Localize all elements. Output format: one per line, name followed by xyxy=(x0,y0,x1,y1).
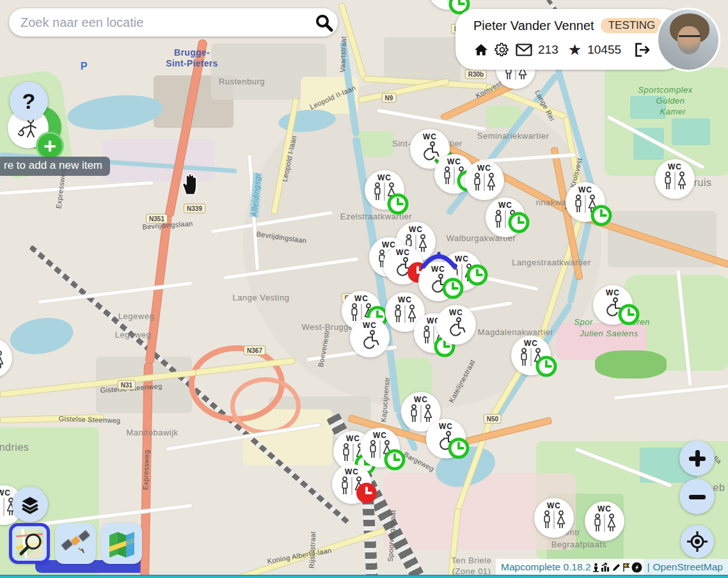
map-place-label: Sint-Pieters xyxy=(166,58,218,68)
toilet-marker-circle: WC xyxy=(350,318,390,357)
map-place-label: Ten Briele xyxy=(452,556,492,565)
wc-label: WC xyxy=(606,289,620,297)
wc-label: WC xyxy=(524,340,538,348)
wc-label: WC xyxy=(498,201,512,210)
road-ref-shield: N351 xyxy=(146,214,168,224)
wc-label: WC xyxy=(597,505,612,513)
male-female-toilet-icon xyxy=(662,171,688,193)
testing-badge: TESTING xyxy=(601,18,663,33)
map-marker-toilet[interactable]: WC xyxy=(436,305,476,345)
toilet-marker-circle: WC xyxy=(585,501,624,541)
map-place-label: Gulden xyxy=(656,96,685,105)
map-marker-toilet[interactable]: WC xyxy=(383,245,423,285)
openstreetmap-link[interactable]: OpenStreetMap xyxy=(653,561,723,573)
male-female-toilet-icon xyxy=(471,173,497,194)
map-marker-toilet[interactable]: WC xyxy=(585,501,624,541)
male-female-toilet-icon xyxy=(0,350,5,372)
zoom-out-button[interactable] xyxy=(679,479,715,514)
messages-mail-icon[interactable] xyxy=(516,43,532,56)
logout-icon[interactable] xyxy=(633,42,650,58)
map-place-label: Seminariekwartier xyxy=(477,131,550,141)
attribution-separator: | xyxy=(647,561,650,573)
help-button[interactable]: ? xyxy=(10,82,48,120)
wc-label: WC xyxy=(414,396,428,404)
bottom-edge-strip xyxy=(0,575,728,578)
map-marker-toilet[interactable]: WC xyxy=(464,160,504,200)
background-osm-button[interactable] xyxy=(9,523,50,564)
opening-hours-open-badge xyxy=(383,448,406,474)
layers-button[interactable] xyxy=(12,487,48,522)
opening-hours-open-badge xyxy=(590,204,613,230)
map-marker-toilet[interactable]: WC xyxy=(511,336,551,375)
map-marker-toilet[interactable]: WC xyxy=(593,285,633,325)
map-marker-toilet[interactable]: WC xyxy=(350,318,390,357)
add-item-plus-button[interactable]: + xyxy=(36,132,64,160)
toilet-marker-circle: WC xyxy=(534,498,574,538)
edit-pencil-icon[interactable] xyxy=(612,563,621,572)
opening-hours-open-badge xyxy=(507,211,530,237)
user-avatar[interactable] xyxy=(656,8,720,72)
wc-label: WC xyxy=(0,489,11,497)
parking-symbol: P xyxy=(78,60,90,73)
map-marker-toilet[interactable]: WC xyxy=(655,159,695,199)
layers-icon xyxy=(20,495,40,514)
map-art-shape xyxy=(595,350,667,379)
road-ref-shield: N50 xyxy=(484,414,502,424)
map-marker-toilet[interactable]: WC xyxy=(486,198,525,237)
male-female-toilet-icon xyxy=(541,510,567,532)
search-input[interactable] xyxy=(9,15,310,30)
geolocate-crosshair-icon xyxy=(686,531,708,552)
geolocate-button[interactable] xyxy=(681,525,714,558)
toilet-marker-circle: WC xyxy=(0,338,12,378)
zoom-in-button[interactable] xyxy=(679,441,715,476)
plus-icon xyxy=(689,450,706,467)
wc-label: WC xyxy=(398,296,412,304)
wc-label: WC xyxy=(547,502,561,510)
mapcomplete-version-link[interactable]: Mapcomplete 0.18.2 xyxy=(501,561,590,573)
map-marker-toilet[interactable]: WC xyxy=(426,419,466,458)
toilet-marker-circle: WC xyxy=(436,305,476,345)
map-marker-toilet[interactable]: WC xyxy=(360,428,400,467)
road-ref-shield: N9 xyxy=(382,93,397,103)
user-name: Pieter Vander Vennet xyxy=(473,19,594,33)
map-art-shape xyxy=(7,313,76,359)
map-marker-toilet[interactable]: WC xyxy=(428,0,468,10)
opening-hours-open-badge xyxy=(386,192,409,218)
map-place-label: Expressweg xyxy=(141,449,150,490)
map-marker-toilet[interactable]: WC xyxy=(0,338,12,378)
map-marker-toilet[interactable]: WC xyxy=(365,170,404,210)
statue-icon[interactable] xyxy=(592,563,600,572)
star-icon: ★ xyxy=(568,41,582,59)
add-item-tooltip: re to add a new item xyxy=(0,157,110,176)
wc-label: WC xyxy=(668,163,682,171)
wc-label: WC xyxy=(578,186,592,194)
changesets-count: 10455 xyxy=(587,43,621,57)
map-art-shape xyxy=(66,91,165,134)
background-map-button[interactable] xyxy=(101,523,142,564)
toilet-marker-circle: WC xyxy=(464,160,504,200)
settings-gear-icon[interactable] xyxy=(495,42,510,58)
opening-hours-open-badge xyxy=(466,263,489,289)
map-marker-toilet[interactable]: WC xyxy=(566,182,605,222)
wc-label: WC xyxy=(373,432,387,440)
map-art-shape xyxy=(672,118,710,145)
attribution-bar: Mapcomplete 0.18.2 | OpenStreetMap xyxy=(496,559,728,575)
satellite-icon xyxy=(61,529,90,558)
background-satellite-button[interactable] xyxy=(55,523,96,564)
osm-note-icon[interactable] xyxy=(631,562,642,573)
home-icon[interactable] xyxy=(473,42,489,58)
map-place-label: Legeweg xyxy=(115,330,151,340)
statistics-icon[interactable] xyxy=(601,563,611,572)
minus-icon xyxy=(689,488,706,505)
wc-label: WC xyxy=(439,423,453,431)
theme-flag-icon[interactable] xyxy=(622,563,631,572)
search-button[interactable] xyxy=(310,8,338,36)
wc-label: WC xyxy=(377,174,392,182)
map-marker-toilet[interactable]: WC xyxy=(332,464,372,504)
folded-map-icon xyxy=(107,529,136,558)
rain-cover-marker-icon[interactable] xyxy=(421,252,457,271)
opening-hours-open-badge xyxy=(447,437,470,462)
map-place-label: Spor xyxy=(574,317,592,327)
map-marker-toilet[interactable]: WC xyxy=(534,498,574,538)
wc-label: WC xyxy=(354,295,368,303)
